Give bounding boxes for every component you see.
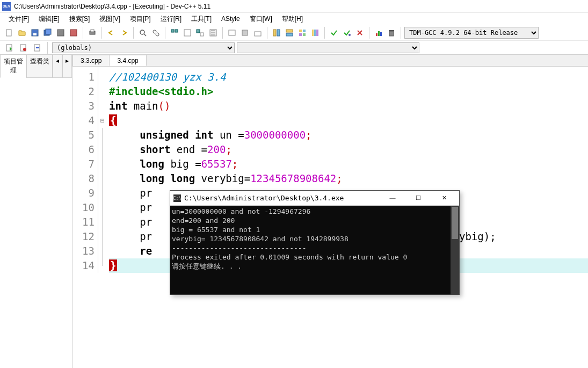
trash-icon[interactable]: [386, 27, 397, 39]
svg-rect-24: [286, 30, 293, 32]
open-icon[interactable]: [16, 27, 28, 39]
console-output: un=3000000000 and not -1294967296end=200…: [170, 206, 459, 272]
line-number: 12: [72, 229, 97, 244]
console-titlebar[interactable]: C:\ C:\Users\Administrator\Desktop\3.4.e…: [170, 191, 459, 206]
member-select[interactable]: [237, 42, 419, 53]
menu-tools[interactable]: 工具[T]: [187, 13, 216, 25]
compiler-select[interactable]: TDM-GCC 4.9.2 64-bit Release: [404, 27, 539, 39]
svg-rect-38: [389, 30, 394, 31]
separator: [133, 27, 134, 39]
stop-icon[interactable]: [239, 27, 251, 39]
svg-rect-22: [273, 30, 276, 36]
tab-nav-left-icon[interactable]: ◂: [53, 55, 62, 78]
svg-point-33: [349, 34, 351, 36]
rebuild-icon[interactable]: [207, 27, 219, 39]
console-window[interactable]: C:\ C:\Users\Administrator\Desktop\3.4.e…: [170, 190, 460, 295]
svg-rect-6: [70, 30, 77, 36]
app-icon: DEV: [2, 2, 11, 11]
line-number: 11: [72, 215, 97, 229]
window-title: C:\Users\Administrator\Desktop\3.4.cpp -…: [14, 3, 210, 10]
replace-icon[interactable]: [150, 27, 162, 39]
separator: [222, 27, 223, 39]
line-number: 14: [72, 258, 97, 273]
compile-run-icon[interactable]: [194, 27, 206, 39]
menu-run[interactable]: 运行[R]: [156, 13, 186, 25]
svg-rect-8: [91, 30, 94, 32]
svg-rect-20: [242, 30, 248, 35]
tab-project-mgmt[interactable]: 项目管理: [0, 55, 26, 78]
menu-view[interactable]: 视图[V]: [95, 13, 125, 25]
menu-edit[interactable]: 编辑[E]: [34, 13, 64, 25]
bookmark2-icon[interactable]: [17, 42, 29, 54]
line-number: 7: [72, 157, 97, 171]
layout2-icon[interactable]: [284, 27, 295, 39]
svg-rect-28: [299, 33, 302, 36]
separator: [369, 27, 369, 39]
check2-icon[interactable]: [341, 27, 353, 39]
check-icon[interactable]: [328, 27, 340, 39]
layout3-icon[interactable]: [296, 27, 308, 39]
svg-rect-30: [312, 30, 314, 36]
menu-file[interactable]: 文件[F]: [4, 13, 33, 25]
goto-icon[interactable]: [31, 42, 43, 54]
code-header: <stdio.h>: [158, 85, 214, 97]
toolbar-scope: (globals): [0, 41, 588, 55]
svg-rect-29: [303, 33, 306, 36]
tab-file-1[interactable]: 3.3.cpp: [72, 55, 110, 66]
line-number: 3: [72, 99, 97, 113]
menu-window[interactable]: 窗口[W]: [245, 13, 277, 25]
tab-nav-right-icon[interactable]: ▸: [62, 55, 72, 78]
layout4-icon[interactable]: [309, 27, 321, 39]
code-id: main: [127, 100, 158, 112]
svg-rect-0: [6, 30, 11, 36]
print-icon[interactable]: [86, 27, 98, 39]
compile-icon[interactable]: [169, 27, 180, 39]
redo-icon[interactable]: [118, 27, 130, 39]
line-number: 1: [72, 70, 97, 84]
separator: [165, 27, 165, 39]
scrollbar-thumb[interactable]: [452, 207, 458, 239]
console-icon: C:\: [173, 194, 181, 202]
line-number: 13: [72, 244, 97, 258]
separator: [324, 27, 325, 39]
console-scrollbar[interactable]: [451, 206, 459, 294]
minimize-icon[interactable]: —: [385, 194, 400, 201]
tab-file-2[interactable]: 3.4.cpp: [109, 55, 146, 66]
svg-rect-21: [255, 32, 261, 36]
layout1-icon[interactable]: [271, 27, 282, 39]
debug-icon[interactable]: [226, 27, 238, 39]
svg-rect-13: [171, 30, 174, 32]
chart-icon[interactable]: [373, 27, 384, 39]
bookmark1-icon[interactable]: [3, 42, 15, 54]
fold-toggle-icon[interactable]: [98, 113, 107, 128]
maximize-icon[interactable]: ☐: [411, 194, 426, 201]
run-icon[interactable]: [182, 27, 193, 39]
svg-rect-16: [197, 30, 200, 33]
delete-icon[interactable]: [354, 27, 366, 39]
sidebar: 项目管理 查看类 ◂ ▸: [0, 55, 72, 368]
svg-rect-14: [175, 30, 178, 32]
save-as-icon[interactable]: [55, 27, 67, 39]
code-comment: //102400130 yzx 3.4: [109, 71, 226, 83]
separator: [267, 27, 267, 39]
new-file-icon[interactable]: [3, 27, 15, 39]
menu-search[interactable]: 搜索[S]: [65, 13, 95, 25]
save-icon[interactable]: [29, 27, 41, 39]
find-icon[interactable]: [137, 27, 149, 39]
line-number: 9: [72, 186, 97, 200]
menu-project[interactable]: 项目[P]: [126, 13, 155, 25]
profile-icon[interactable]: [252, 27, 264, 39]
scope-select[interactable]: (globals): [52, 42, 235, 53]
save-all-icon[interactable]: [42, 27, 54, 39]
file-tabs: 3.3.cpp 3.4.cpp: [72, 55, 588, 67]
tab-view-classes[interactable]: 查看类: [26, 55, 53, 78]
undo-icon[interactable]: [105, 27, 117, 39]
close-icon[interactable]: [68, 27, 79, 39]
title-bar: DEV C:\Users\Administrator\Desktop\3.4.c…: [0, 0, 588, 13]
menu-help[interactable]: 帮助[H]: [278, 13, 307, 25]
menu-astyle[interactable]: AStyle: [217, 14, 244, 24]
svg-rect-25: [286, 33, 293, 36]
svg-rect-15: [184, 30, 191, 36]
separator: [101, 27, 102, 39]
close-icon[interactable]: ✕: [437, 194, 452, 201]
